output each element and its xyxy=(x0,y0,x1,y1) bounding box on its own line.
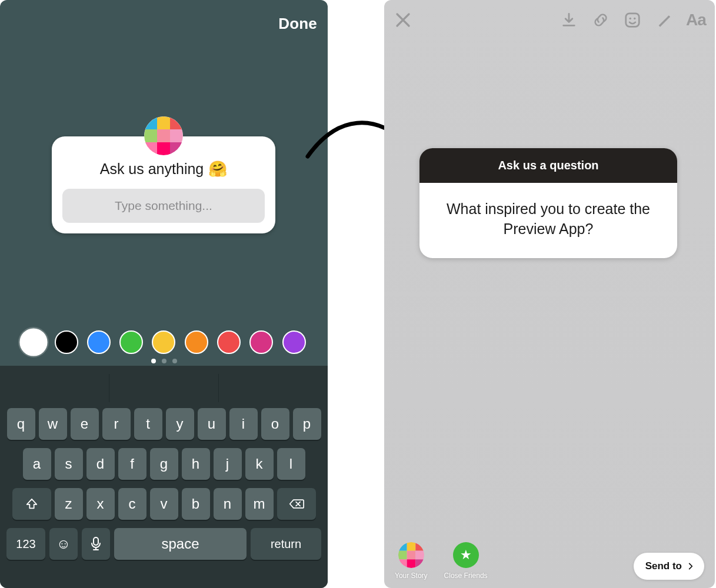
key-y[interactable]: y xyxy=(166,408,194,440)
text-button[interactable]: Aa xyxy=(687,11,705,29)
key-w[interactable]: w xyxy=(39,408,67,440)
question-input[interactable]: Type something... xyxy=(62,189,265,223)
hug-emoji-icon: 🤗 xyxy=(208,160,227,178)
key-g[interactable]: g xyxy=(150,448,178,480)
backspace-icon xyxy=(289,498,304,510)
page-dot[interactable] xyxy=(172,359,177,363)
svg-point-13 xyxy=(634,18,636,20)
key-n[interactable]: n xyxy=(214,488,242,520)
svg-rect-7 xyxy=(144,142,157,155)
space-key[interactable]: space xyxy=(114,528,247,560)
sticker-icon xyxy=(624,11,641,29)
your-story-label: Your Story xyxy=(395,572,428,580)
color-swatch-orange[interactable] xyxy=(185,330,208,354)
key-u[interactable]: u xyxy=(198,408,226,440)
suggestion-cell[interactable] xyxy=(109,374,219,402)
svg-point-12 xyxy=(630,18,632,20)
svg-rect-10 xyxy=(94,537,98,545)
color-swatch-white[interactable] xyxy=(20,328,48,356)
close-friends-button[interactable]: ★ Close Friends xyxy=(444,542,488,580)
right-bottom-bar: Your Story ★ Close Friends Send to xyxy=(384,542,715,580)
key-e[interactable]: e xyxy=(71,408,99,440)
suggestion-cell[interactable] xyxy=(219,374,328,402)
emoji-icon: ☺ xyxy=(56,536,71,552)
story-editor-right: Aa Ask us a question What inspired you t… xyxy=(384,0,715,588)
key-a[interactable]: a xyxy=(23,448,51,480)
send-to-label: Send to xyxy=(645,560,682,572)
done-button[interactable]: Done xyxy=(278,15,317,33)
key-v[interactable]: v xyxy=(150,488,178,520)
svg-rect-18 xyxy=(398,551,407,560)
sticker-button[interactable] xyxy=(623,11,642,29)
svg-rect-17 xyxy=(415,542,424,551)
page-dot[interactable] xyxy=(162,359,166,363)
close-icon xyxy=(394,11,412,29)
key-q[interactable]: q xyxy=(7,408,35,440)
close-button[interactable] xyxy=(394,11,412,29)
response-header: Ask us a question xyxy=(419,148,677,183)
question-sticker[interactable]: Ask us anything 🤗 Type something... xyxy=(52,136,275,233)
key-c[interactable]: c xyxy=(118,488,146,520)
avatar xyxy=(144,116,183,155)
key-f[interactable]: f xyxy=(118,448,146,480)
draw-button[interactable] xyxy=(655,11,674,29)
key-s[interactable]: s xyxy=(55,448,83,480)
color-swatch-blue[interactable] xyxy=(87,330,111,354)
question-response-sticker[interactable]: Ask us a question What inspired you to c… xyxy=(419,148,677,258)
key-j[interactable]: j xyxy=(214,448,242,480)
send-to-button[interactable]: Send to xyxy=(634,553,704,580)
emoji-key[interactable]: ☺ xyxy=(49,528,78,560)
key-h[interactable]: h xyxy=(182,448,210,480)
svg-rect-16 xyxy=(407,542,415,551)
close-friends-circle: ★ xyxy=(453,542,479,568)
key-x[interactable]: x xyxy=(86,488,115,520)
color-swatch-yellow[interactable] xyxy=(152,330,175,354)
color-swatch-purple[interactable] xyxy=(282,330,306,354)
key-z[interactable]: z xyxy=(55,488,83,520)
key-m[interactable]: m xyxy=(245,488,274,520)
return-key[interactable]: return xyxy=(251,528,321,560)
key-b[interactable]: b xyxy=(182,488,210,520)
shift-key[interactable] xyxy=(12,488,51,520)
svg-rect-4 xyxy=(144,129,157,142)
chevron-right-icon xyxy=(687,562,695,570)
right-top-bar: Aa xyxy=(384,0,715,40)
keyboard-row-2: asdfghjkl xyxy=(2,448,325,480)
svg-rect-2 xyxy=(157,116,170,129)
keyboard-row-1: qwertyuiop xyxy=(2,408,325,440)
keyboard-suggestion-bar[interactable] xyxy=(0,374,328,402)
save-button[interactable] xyxy=(560,11,578,29)
numeric-key[interactable]: 123 xyxy=(6,528,45,560)
page-dot[interactable] xyxy=(151,359,156,363)
question-prompt[interactable]: Ask us anything 🤗 xyxy=(62,160,265,178)
question-prompt-text: Ask us anything xyxy=(100,161,204,178)
key-d[interactable]: d xyxy=(86,448,115,480)
key-l[interactable]: l xyxy=(277,448,305,480)
svg-rect-3 xyxy=(170,116,183,129)
shift-icon xyxy=(25,497,38,510)
left-top-bar: Done xyxy=(0,0,328,38)
link-icon xyxy=(592,12,609,28)
backspace-key[interactable] xyxy=(277,488,316,520)
avatar-grid-icon xyxy=(398,542,424,568)
color-swatch-green[interactable] xyxy=(119,330,143,354)
keyboard[interactable]: qwertyuiop asdfghjkl zxcvbnm 123 ☺ space… xyxy=(0,366,328,588)
color-swatch-black[interactable] xyxy=(55,330,78,354)
svg-rect-1 xyxy=(144,116,157,129)
suggestion-cell[interactable] xyxy=(0,374,109,402)
color-swatch-red[interactable] xyxy=(217,330,241,354)
color-swatch-magenta[interactable] xyxy=(249,330,273,354)
key-i[interactable]: i xyxy=(229,408,258,440)
key-o[interactable]: o xyxy=(261,408,289,440)
your-story-button[interactable]: Your Story xyxy=(395,542,428,580)
draw-icon xyxy=(656,12,672,28)
key-t[interactable]: t xyxy=(134,408,162,440)
link-button[interactable] xyxy=(591,11,610,29)
divider-gap xyxy=(328,0,384,588)
dictation-key[interactable] xyxy=(82,528,110,560)
key-k[interactable]: k xyxy=(245,448,274,480)
key-r[interactable]: r xyxy=(102,408,131,440)
story-editor-left: Done Ask us anything 🤗 Type something. xyxy=(0,0,328,588)
key-p[interactable]: p xyxy=(293,408,321,440)
your-story-avatar xyxy=(398,542,424,568)
